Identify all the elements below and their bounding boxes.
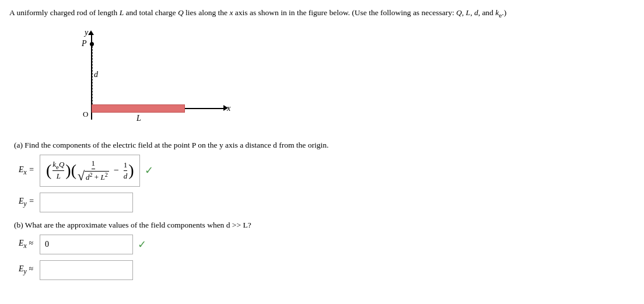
ey-approx-row: Ey ≈: [19, 260, 635, 280]
ex-row: Ex = ( keQ L ) ( 1 √ d2 + L2 −: [19, 155, 635, 187]
ex-approx-value: 0: [45, 240, 49, 249]
frac-den-sqrt: √ d2 + L2: [78, 169, 109, 183]
ex-approx-checkmark: ✓: [138, 238, 146, 251]
ex-approx-label: Ex ≈: [19, 239, 40, 250]
frac-num-1: 1: [92, 159, 96, 169]
close-paren-1: ): [65, 162, 71, 179]
ey-approx-label: Ey ≈: [19, 264, 40, 275]
frac-num-one: 1: [124, 160, 128, 171]
minus-sign: −: [114, 165, 119, 176]
distance-label: d: [94, 70, 98, 79]
fraction-1-d: 1 d: [124, 160, 128, 181]
sqrt-wrapper: √ d2 + L2: [78, 170, 109, 183]
figure: y x O L d P: [56, 26, 243, 131]
part-b-section: (b) What are the approximate values of t…: [14, 221, 635, 280]
charged-rod: [92, 104, 185, 113]
part-a-section: (a) Find the components of the electric …: [14, 141, 635, 212]
frac-den-d: d: [124, 171, 128, 181]
fraction-keQ-L: keQ L: [52, 160, 64, 181]
ey-answer-box[interactable]: [40, 193, 133, 212]
fraction-1-sqrt: 1 √ d2 + L2: [78, 159, 109, 183]
part-a-label: (a) Find the components of the electric …: [14, 141, 635, 150]
frac-denominator: L: [57, 171, 61, 181]
ex-label: Ex =: [19, 165, 40, 176]
ex-approx-answer-box[interactable]: 0: [40, 235, 133, 254]
y-axis-label: y: [85, 28, 88, 37]
close-paren-2: ): [128, 162, 134, 179]
ey-label: Ey =: [19, 197, 40, 208]
ey-approx-answer-box[interactable]: [40, 260, 133, 280]
rod-length-label: L: [136, 114, 141, 123]
part-b-label: (b) What are the approximate values of t…: [14, 221, 635, 230]
open-paren-2: (: [71, 162, 76, 179]
origin-label: O: [83, 110, 88, 119]
ex-answer-box[interactable]: ( keQ L ) ( 1 √ d2 + L2 − 1 d: [40, 155, 140, 187]
open-paren-1: (: [46, 162, 51, 179]
ex-approx-row: Ex ≈ 0 ✓: [19, 235, 635, 254]
problem-statement: A uniformly charged rod of length L and …: [9, 7, 635, 20]
sqrt-sign: √: [78, 170, 85, 183]
frac-numerator: keQ: [52, 160, 64, 172]
point-p-label: P: [82, 39, 87, 48]
point-p-dot: [90, 42, 94, 46]
sqrt-content: d2 + L2: [85, 171, 109, 182]
d-line-indicator: [92, 46, 93, 104]
x-axis-label: x: [227, 104, 230, 113]
ex-checkmark: ✓: [145, 164, 153, 177]
ey-row: Ey =: [19, 193, 635, 212]
